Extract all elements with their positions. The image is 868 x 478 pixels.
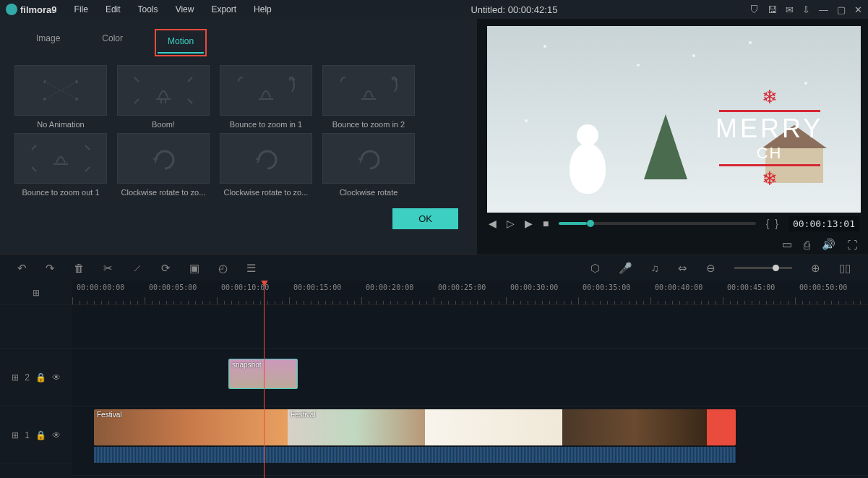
track-header-2[interactable]: ⊞ 2 🔒 👁 <box>0 349 72 406</box>
time-ruler[interactable]: 00:00:00:0000:00:05:0000:00:10:0000:00:1… <box>72 281 868 305</box>
motion-boom[interactable]: Boom! <box>114 65 212 129</box>
ruler-mark: 00:00:25:00 <box>438 283 486 291</box>
preview-video[interactable]: ❄ MERRY CH ❄ <box>487 26 861 213</box>
play-icon[interactable]: ▷ <box>507 218 515 229</box>
progress-knob[interactable] <box>587 220 594 227</box>
menu-edit[interactable]: Edit <box>98 1 128 17</box>
close-icon[interactable]: ✕ <box>854 4 862 15</box>
motion-label: Boom! <box>117 120 210 129</box>
motion-thumb <box>117 133 210 184</box>
track-number: 1 <box>25 430 30 440</box>
visibility-icon[interactable]: 👁 <box>52 430 61 440</box>
marker-icon[interactable]: ⬡ <box>590 262 600 275</box>
next-frame-icon[interactable]: ▶ <box>525 218 533 229</box>
scene-tree <box>644 114 687 179</box>
track-empty[interactable] <box>72 305 868 349</box>
motion-bounce-zoom-in-1[interactable]: Bounce to zoom in 1 <box>217 65 315 129</box>
clip-snapshot[interactable]: snapshot <box>228 359 298 389</box>
motion-thumb <box>14 133 107 184</box>
track-header-empty <box>0 305 72 349</box>
preview-panel: ❄ MERRY CH ❄ ◀ ▷ ▶ ■ { } 00:00:13:01 <box>477 19 868 255</box>
motion-clockwise-rotate[interactable]: Clockwise rotate <box>319 133 418 197</box>
render-icon[interactable]: ⇔ <box>678 262 687 275</box>
overlay-merry: MERRY <box>716 114 823 144</box>
menu-file[interactable]: File <box>67 1 95 17</box>
zoom-knob[interactable] <box>773 265 779 271</box>
account-icon[interactable]: ⛉ <box>749 4 759 15</box>
motion-label: Clockwise rotate <box>322 188 415 197</box>
green-screen-icon[interactable]: ◴ <box>218 262 228 275</box>
clip-festival[interactable]: Festival Festival <box>94 409 736 445</box>
track-area[interactable]: 00:00:00:0000:00:05:0000:00:10:0000:00:1… <box>72 281 868 478</box>
motion-thumb <box>117 65 210 116</box>
mail-icon[interactable]: ✉ <box>786 4 794 15</box>
record-icon[interactable]: 🎤 <box>619 262 632 275</box>
track-2[interactable]: snapshot <box>72 349 868 406</box>
motion-thumb <box>322 65 415 116</box>
stop-icon[interactable]: ■ <box>543 218 549 229</box>
overlay-line <box>719 110 820 112</box>
ruler-mark: 00:00:40:00 <box>655 283 702 291</box>
tab-motion[interactable]: Motion <box>158 32 204 54</box>
delete-icon[interactable]: 🗑 <box>74 262 85 274</box>
menu-tools[interactable]: Tools <box>131 1 166 17</box>
motion-bounce-zoom-out-1[interactable]: Bounce to zoom out 1 <box>12 133 110 197</box>
volume-icon[interactable]: 🔊 <box>822 238 835 251</box>
tab-color[interactable]: Color <box>92 29 133 56</box>
settings-icon[interactable]: ☰ <box>246 262 256 275</box>
tab-motion-highlight: Motion <box>155 29 207 56</box>
audio-waveform[interactable] <box>94 447 736 463</box>
motion-clockwise-rotate-zoom-2[interactable]: Clockwise rotate to zo... <box>217 133 315 197</box>
download-icon[interactable]: ⇩ <box>802 4 810 15</box>
zoom-in-icon[interactable]: ⊕ <box>811 262 820 275</box>
snowflake-icon: ❄ <box>716 168 823 190</box>
zoom-out-icon[interactable]: ⊖ <box>706 262 716 275</box>
ruler-mark: 00:00:15:00 <box>293 283 341 291</box>
add-track-button[interactable]: ⊞ <box>0 281 72 305</box>
tab-image[interactable]: Image <box>26 29 70 56</box>
track-header-1[interactable]: ⊞ 1 🔒 👁 <box>0 406 72 464</box>
crop-icon[interactable]: ⟋ <box>132 262 142 274</box>
mark-in-out-icon[interactable]: { } <box>766 218 778 229</box>
overlay-ch: CH <box>716 144 823 163</box>
fullscreen-icon[interactable]: ⛶ <box>847 239 858 251</box>
mixer-icon[interactable]: ♫ <box>651 262 659 274</box>
motion-clockwise-rotate-zoom-1[interactable]: Clockwise rotate to zo... <box>114 133 212 197</box>
speed-icon[interactable]: ⟳ <box>161 262 171 275</box>
lock-icon[interactable]: 🔒 <box>35 372 46 383</box>
zoom-fit-icon[interactable]: ▯▯ <box>839 262 851 275</box>
snapshot-icon[interactable]: ⎙ <box>804 239 810 251</box>
effect-tabs: Image Color Motion <box>12 25 465 56</box>
playhead[interactable] <box>264 281 265 478</box>
menu-help[interactable]: Help <box>246 1 279 17</box>
zoom-slider[interactable] <box>734 267 792 269</box>
ok-button[interactable]: OK <box>392 208 458 229</box>
maximize-icon[interactable]: ▢ <box>837 4 846 15</box>
redo-icon[interactable]: ↷ <box>46 262 55 275</box>
motion-bounce-zoom-in-2[interactable]: Bounce to zoom in 2 <box>319 65 418 129</box>
progress-bar[interactable] <box>559 222 755 225</box>
menu-export[interactable]: Export <box>204 1 244 17</box>
title-text: Untitled: <box>470 4 505 15</box>
lock-icon[interactable]: 🔒 <box>35 430 46 440</box>
menu-view[interactable]: View <box>168 1 202 17</box>
minimize-icon[interactable]: — <box>819 4 828 15</box>
undo-icon[interactable]: ↶ <box>17 262 27 275</box>
motion-no-animation[interactable]: No Animation <box>12 65 110 129</box>
clip-label: snapshot <box>232 361 262 369</box>
save-icon[interactable]: 🖫 <box>768 4 777 15</box>
quality-icon[interactable]: ▭ <box>782 238 792 251</box>
color-icon[interactable]: ▣ <box>189 262 199 275</box>
track-1[interactable]: Festival Festival <box>72 406 868 476</box>
snowflake-icon: ❄ <box>716 86 823 108</box>
prev-frame-icon[interactable]: ◀ <box>489 218 497 229</box>
motion-label: Bounce to zoom in 1 <box>220 120 312 129</box>
svg-point-4 <box>43 98 46 101</box>
clip-label: Festival <box>291 411 315 419</box>
visibility-icon[interactable]: 👁 <box>52 372 61 383</box>
split-icon[interactable]: ✂ <box>103 262 113 275</box>
add-track-icon: ⊞ <box>33 288 40 298</box>
motion-label: Clockwise rotate to zo... <box>117 188 210 197</box>
title-duration: 00:00:42:15 <box>508 4 558 15</box>
titlebar: filmora9 File Edit Tools View Export Hel… <box>0 0 868 19</box>
